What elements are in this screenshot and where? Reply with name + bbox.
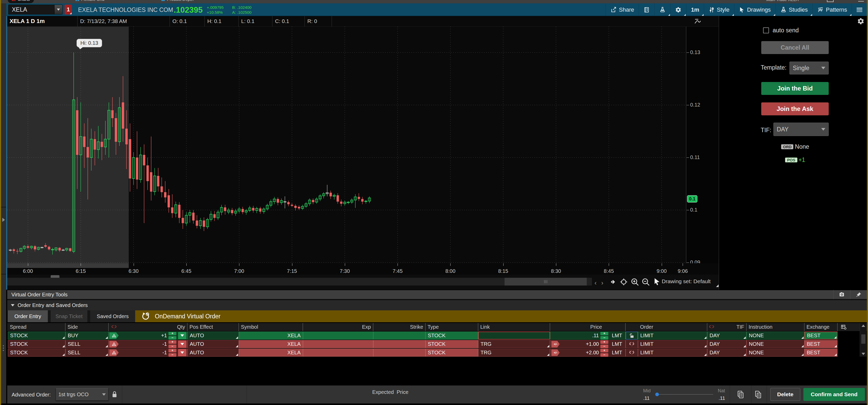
cell-side[interactable]: BUY xyxy=(65,331,108,340)
cell-pos-effect[interactable]: AUTO xyxy=(187,340,239,348)
cell-link[interactable] xyxy=(478,331,550,340)
price-value[interactable]: +2.00 xyxy=(560,350,599,356)
cell-price-link[interactable] xyxy=(625,331,638,340)
order-row-sell-2[interactable]: STOCK SELL -1 +− AUTO XELA STOCK TRG +/-… xyxy=(7,349,867,357)
qty-stepper[interactable]: +− xyxy=(168,349,177,357)
cell-strike[interactable] xyxy=(373,331,426,340)
chart-scrollbar-track[interactable] xyxy=(7,278,592,286)
cell-order[interactable]: LIMIT xyxy=(638,349,707,357)
chart-style-curve-icon[interactable] xyxy=(694,17,702,25)
cell-spread[interactable]: STOCK xyxy=(8,340,65,348)
chart-scrollbar-thumb[interactable] xyxy=(504,278,587,286)
price-stepper[interactable]: +− xyxy=(600,331,609,340)
share-button[interactable]: Share xyxy=(606,3,639,16)
cell-tif[interactable]: DAY xyxy=(707,349,746,357)
qty-value[interactable]: -1 xyxy=(119,350,167,356)
auto-send-checkbox[interactable] xyxy=(763,27,769,33)
cell-exchange[interactable]: BEST xyxy=(804,340,837,348)
patterns-button[interactable]: Patterns xyxy=(812,3,852,16)
qty-decrement-button[interactable]: − xyxy=(168,353,177,357)
qty-dropdown-button[interactable] xyxy=(178,332,187,340)
qty-increment-button[interactable]: + xyxy=(168,349,177,352)
lot-size-badge[interactable] xyxy=(109,349,119,356)
cell-exchange[interactable]: BEST xyxy=(804,331,837,340)
tab-order-entry[interactable]: Order Entry xyxy=(8,310,48,322)
symbol-dropdown-button[interactable] xyxy=(54,5,62,14)
price-decrement-button[interactable]: − xyxy=(600,336,609,340)
price-type[interactable]: LMT xyxy=(612,350,622,356)
cell-strike[interactable] xyxy=(373,349,426,357)
tab-saved-orders[interactable]: Saved Orders xyxy=(90,310,135,322)
price-stepper[interactable]: +− xyxy=(600,340,609,348)
qty-stepper[interactable]: +− xyxy=(168,340,177,348)
tif-select[interactable]: DAY xyxy=(773,123,829,136)
alert-count-badge[interactable]: 1 xyxy=(65,5,72,15)
cell-instruction[interactable]: NONE xyxy=(746,340,804,348)
panel-settings-gear-icon[interactable] xyxy=(857,18,864,25)
drawing-set-label[interactable]: Drawing set: Default xyxy=(662,278,711,285)
zoom-in-icon[interactable] xyxy=(630,277,640,287)
copy-order-icon[interactable] xyxy=(737,390,744,399)
cell-order[interactable]: LIMIT xyxy=(638,331,707,340)
tab-charts[interactable]: Charts xyxy=(8,0,34,3)
window-layout-icon[interactable] xyxy=(827,0,834,2)
cell-price-link[interactable] xyxy=(625,349,638,357)
panel-resize-grip[interactable] xyxy=(3,345,4,351)
chart-describe-button[interactable] xyxy=(639,3,654,16)
crosshair-tool-icon[interactable] xyxy=(619,278,628,286)
cell-exchange[interactable]: BEST xyxy=(804,349,837,357)
order-tools-titlebar[interactable]: Virtual Order Entry Tools xyxy=(7,290,867,299)
zoom-out-icon[interactable] xyxy=(641,277,650,287)
join-bid-button[interactable]: Join the Bid xyxy=(761,82,829,95)
cell-qty[interactable]: +1 +− xyxy=(108,331,187,340)
qty-decrement-button[interactable]: − xyxy=(168,336,177,340)
chart-menu-button[interactable] xyxy=(852,3,867,16)
candlestick-plot[interactable] xyxy=(7,27,686,263)
scrollbar-thumb[interactable] xyxy=(861,335,865,344)
cell-exp[interactable] xyxy=(303,340,373,348)
qty-dropdown-button[interactable] xyxy=(178,340,187,348)
tab-flexible-grid[interactable]: Flexible Grid xyxy=(75,0,104,3)
drawings-button[interactable]: Drawings xyxy=(734,3,775,16)
cell-price[interactable]: +/- +1.00 +− LMT xyxy=(550,340,625,348)
studies-button[interactable]: Studies xyxy=(775,3,812,16)
cell-spread[interactable]: STOCK xyxy=(8,331,65,340)
tab-product-depth[interactable]: Product Depth xyxy=(161,0,193,3)
lot-size-badge[interactable] xyxy=(109,341,119,348)
table-settings-icon[interactable] xyxy=(841,324,847,330)
pointer-tool-icon[interactable] xyxy=(652,277,661,287)
join-ask-button[interactable]: Join the Ask xyxy=(761,103,829,115)
order-row-sell-1[interactable]: STOCK SELL -1 +− AUTO XELA STOCK TRG +/-… xyxy=(7,340,867,348)
lot-size-badge[interactable] xyxy=(109,332,119,339)
cell-type[interactable]: STOCK xyxy=(426,340,478,348)
template-select[interactable]: Single xyxy=(789,62,829,75)
cell-side[interactable]: SELL xyxy=(65,349,108,357)
advanced-order-select[interactable]: 1st trgs OCO xyxy=(56,388,108,401)
mid-nat-slider[interactable]: Mid .11 Nat .11 xyxy=(642,388,727,402)
cell-tif[interactable]: DAY xyxy=(707,331,746,340)
price-axis[interactable]: 0.130.120.110.10.09 xyxy=(686,27,719,263)
qty-decrement-button[interactable]: − xyxy=(168,345,177,348)
link-chain-broken-icon[interactable] xyxy=(709,324,714,330)
qty-value[interactable]: -1 xyxy=(119,341,167,347)
scroll-down-arrow[interactable] xyxy=(862,353,865,355)
pin-panel-icon[interactable] xyxy=(856,291,862,298)
cancel-all-button[interactable]: Cancel All xyxy=(761,41,829,54)
price-stepper[interactable]: +− xyxy=(600,349,609,357)
order-table-scrollbar[interactable] xyxy=(860,323,866,357)
cell-side[interactable]: SELL xyxy=(65,340,108,348)
price-type[interactable]: LMT xyxy=(612,332,622,339)
slider-track[interactable] xyxy=(657,394,713,395)
cell-pos-effect[interactable]: AUTO xyxy=(187,349,239,357)
qty-increment-button[interactable]: + xyxy=(168,340,177,344)
scrollbar-step-left[interactable]: ‹ xyxy=(594,279,597,287)
order-entry-section-header[interactable]: Order Entry and Saved Orders xyxy=(7,300,867,310)
style-button[interactable]: Style xyxy=(704,3,734,16)
price-type[interactable]: LMT xyxy=(612,341,622,347)
window-menu-icon[interactable] xyxy=(858,0,864,2)
cell-pos-effect[interactable]: AUTO xyxy=(187,331,239,340)
price-value[interactable]: +1.00 xyxy=(560,341,599,347)
cell-exp[interactable] xyxy=(303,331,373,340)
timeframe-button[interactable]: 1m xyxy=(686,3,704,16)
cell-exp[interactable] xyxy=(303,349,373,357)
